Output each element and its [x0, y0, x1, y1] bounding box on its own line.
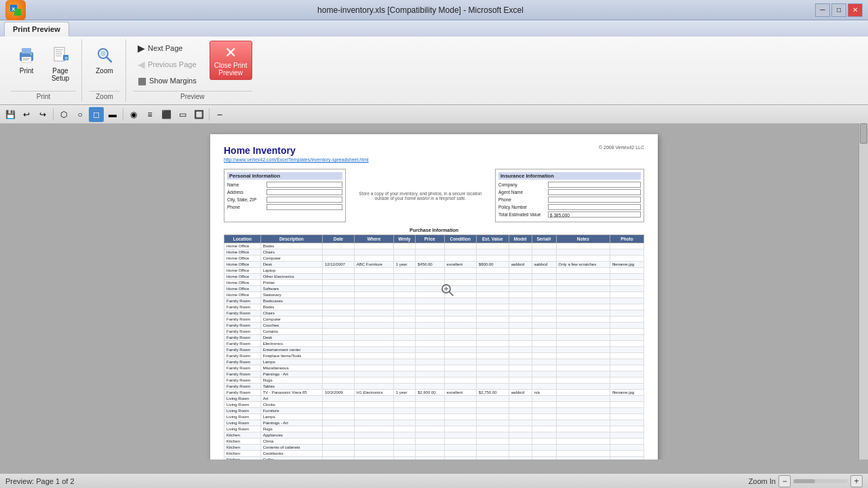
table-cell: aabbcd	[509, 262, 532, 268]
table-cell: Family Room	[224, 304, 261, 310]
table-cell	[354, 353, 393, 359]
table-cell: Books	[260, 243, 322, 249]
tb-circle-btn[interactable]: ○	[73, 107, 87, 122]
table-cell: Kitchen	[224, 451, 261, 457]
table-cell	[393, 408, 415, 414]
zoom-slider[interactable]	[793, 479, 848, 483]
table-cell	[444, 335, 476, 341]
table-cell	[476, 335, 509, 341]
tb-dash-btn[interactable]: –	[212, 107, 227, 122]
table-cell	[354, 420, 393, 426]
zoom-plus-button[interactable]: +	[850, 475, 863, 487]
table-cell: Cutler	[260, 457, 322, 460]
print-icon	[16, 44, 37, 66]
show-margins-button[interactable]: ▦ Show Margins	[133, 73, 201, 88]
table-cell	[444, 402, 476, 408]
tb-wide-btn[interactable]: ▭	[175, 107, 190, 122]
tb-list-btn[interactable]: ≡	[142, 107, 157, 122]
tb-frame-btn[interactable]: 🔲	[191, 107, 206, 122]
ins-phone-label: Phone	[498, 197, 546, 202]
svg-rect-11	[56, 52, 62, 52]
table-cell	[532, 396, 556, 402]
zoom-minus-button[interactable]: −	[778, 475, 791, 487]
table-cell: $2,750.00	[476, 390, 509, 396]
purchase-info-label: Purchase Information	[224, 228, 644, 232]
ins-phone-field[interactable]	[548, 197, 641, 203]
table-cell	[415, 439, 444, 445]
table-cell: Rugs	[260, 378, 322, 384]
tb-save-btn[interactable]: 💾	[3, 107, 18, 122]
table-cell	[354, 317, 393, 323]
table-cell: Laptop	[260, 268, 322, 274]
table-cell	[509, 317, 532, 323]
table-cell	[532, 420, 556, 426]
table-cell: Contents of cabinets	[260, 445, 322, 451]
phone-field[interactable]	[267, 204, 342, 210]
table-cell: Family Room	[224, 347, 261, 353]
tb-rect-btn[interactable]: ◻	[89, 107, 104, 122]
tb-redo-btn[interactable]: ↪	[35, 107, 50, 122]
table-cell: Family Room	[224, 390, 261, 396]
page-setup-button[interactable]: ⚙ Page Setup	[45, 41, 76, 85]
maximize-button[interactable]: □	[831, 3, 846, 17]
table-row: Home OfficeDesk12/12/2007ABC Furniture1 …	[224, 262, 644, 268]
ins-total-field[interactable]: $ 385,000	[548, 211, 641, 218]
table-cell	[556, 390, 610, 396]
table-cell	[322, 365, 354, 371]
table-cell	[610, 445, 644, 451]
table-cell	[532, 310, 556, 317]
address-field[interactable]	[267, 189, 342, 195]
table-row: Family RoomComputer	[224, 317, 644, 323]
next-page-button[interactable]: ▶ Next Page	[133, 41, 201, 56]
table-cell	[354, 371, 393, 378]
tab-print-preview[interactable]: Print Preview	[4, 22, 69, 37]
table-cell	[444, 359, 476, 365]
minimize-button[interactable]: ─	[815, 3, 830, 17]
table-cell	[556, 451, 610, 457]
table-cell	[393, 426, 415, 432]
table-cell: $2,900.00	[415, 390, 444, 396]
table-cell	[393, 347, 415, 353]
table-row: Family RoomTV - Panasonic Viera 6510/3/2…	[224, 390, 644, 396]
table-row: Family RoomBooks	[224, 304, 644, 310]
close-print-preview-button[interactable]: ✕ Close PrintPreview	[210, 41, 252, 80]
table-cell	[354, 304, 393, 310]
col-serial: Serial#	[532, 235, 556, 243]
zoom-in-label: Zoom In	[749, 477, 776, 485]
table-cell	[509, 426, 532, 432]
table-cell	[476, 256, 509, 262]
table-cell	[556, 396, 610, 402]
table-cell	[322, 274, 354, 280]
preview-status: Preview: Page 1 of 2	[5, 477, 75, 485]
table-cell	[610, 243, 644, 249]
ribbon-group-print: Print ⚙ Page Setup	[5, 39, 82, 102]
city-field[interactable]	[267, 197, 342, 203]
table-cell	[509, 451, 532, 457]
scrollbar-thumb[interactable]	[860, 123, 867, 144]
ins-agent-field[interactable]	[548, 189, 641, 195]
table-cell	[354, 426, 393, 432]
table-cell	[509, 280, 532, 286]
tb-undo-btn[interactable]: ↩	[19, 107, 34, 122]
ins-agent-label: Agent Name	[498, 190, 546, 195]
name-field[interactable]	[267, 182, 342, 188]
table-cell: Computer	[260, 317, 322, 323]
zoom-button[interactable]: Zoom	[89, 41, 120, 78]
table-cell	[444, 310, 476, 317]
table-cell	[509, 310, 532, 317]
table-cell	[354, 414, 393, 420]
table-cell	[532, 414, 556, 420]
tb-radio-btn[interactable]: ◉	[126, 107, 141, 122]
prev-page-button[interactable]: ◀ Previous Page	[133, 57, 201, 72]
ins-policy-field[interactable]	[548, 204, 641, 210]
ins-company-field[interactable]	[548, 182, 641, 188]
table-cell	[322, 347, 354, 353]
tb-group-btn[interactable]: ⬡	[56, 107, 71, 122]
close-button[interactable]: ✕	[848, 3, 863, 17]
tb-block-btn[interactable]: ⬛	[159, 107, 174, 122]
address-label: Address	[227, 190, 264, 195]
table-cell	[322, 371, 354, 378]
tb-line-btn[interactable]: ▬	[105, 107, 120, 122]
print-button[interactable]: Print	[11, 41, 42, 78]
vertical-scrollbar[interactable]	[859, 123, 868, 460]
